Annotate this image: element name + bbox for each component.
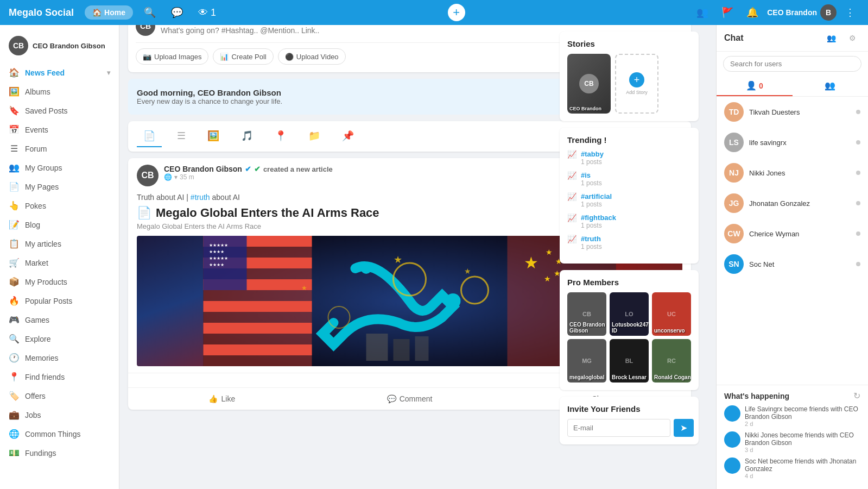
tab-music[interactable]: 🎵 [235,126,259,147]
chat-nav-button[interactable]: 💬 [167,4,187,21]
trend-tag[interactable]: #fightback [581,214,616,222]
sidebar-item-memories[interactable]: 🕐Memories [0,348,119,367]
sidebar-label-saved-posts: Saved Posts [25,106,68,115]
invite-email-input[interactable] [567,419,670,425]
sidebar-item-events[interactable]: 📅Events [0,120,119,139]
upload-video-button[interactable]: ⚫ Upload Video [278,48,346,65]
pro-member-card[interactable]: MGmegaloglobal [567,339,606,383]
sidebar-item-popular-posts[interactable]: 🔥Popular Posts [0,291,119,310]
sidebar-item-common-things[interactable]: 🌐Common Things [0,424,119,425]
flags-nav-button[interactable]: 🚩 [717,4,738,21]
trend-info: #is1 posts [581,171,602,187]
chat-tab-groups[interactable]: 👥 [793,76,869,96]
notifications-nav-button[interactable]: 🔔 [742,4,763,21]
sidebar-item-my-pages[interactable]: 📄My Pages [0,177,119,196]
pro-member-card[interactable]: CBCEO Brandon Gibson [567,292,606,336]
pro-member-card[interactable]: RCRonald Cogan [652,339,691,383]
tab-list[interactable]: ☰ [170,126,192,147]
chat-user-item[interactable]: NJNikki Jones [717,158,868,188]
tab-images[interactable]: 🖼️ [201,126,226,147]
morning-text: Good morning, CEO Brandon Gibson Every n… [137,88,282,105]
sidebar-item-pokes[interactable]: 👆Pokes [0,196,119,215]
sidebar-item-news-feed[interactable]: 🏠News Feed▾ [0,63,119,82]
chat-add-users-button[interactable]: 👥 [822,32,840,45]
upload-video-icon: ⚫ [285,53,294,61]
trend-tag[interactable]: #artificial [581,192,612,200]
home-nav-button[interactable]: 🏠 Home [85,5,133,20]
sidebar-item-albums[interactable]: 🖼️Albums [0,82,119,101]
chat-user-list: TDTikvah DuestersLSlife savingrxNJNikki … [717,97,868,385]
chat-user-item[interactable]: SNSoc Net [717,249,868,279]
top-navigation: Megalo Social 🏠 Home 🔍 💬 👁 1 + 👥 🚩 🔔 CEO… [0,0,868,25]
add-story-button[interactable]: + Add Story [615,54,658,114]
pro-card-name: Brock Lesnar [612,374,647,380]
story-card[interactable]: CB CEO Brandon [567,54,611,114]
happening-refresh-button[interactable]: ↻ [853,391,860,401]
sidebar-username: CEO Brandon Gibson [33,42,105,50]
create-poll-button[interactable]: 📊 Create Poll [213,48,273,65]
sidebar-item-saved-posts[interactable]: 🔖Saved Posts [0,101,119,120]
tab-posts[interactable]: 📄 [137,126,162,147]
sidebar-item-explore[interactable]: 🔍Explore [0,329,119,348]
post-hashtag-link[interactable]: #truth [191,193,210,202]
svg-text:★: ★ [464,267,471,275]
trending-list: 📈#tabby1 posts📈#is1 posts📈#artificial1 p… [567,150,691,250]
sidebar-item-forum[interactable]: ☰Forum [0,139,119,158]
chat-tabs: 👤 0 👥 [717,76,868,97]
chat-search-input[interactable] [723,56,861,72]
tab-location[interactable]: 📍 [268,126,293,147]
sidebar-item-games[interactable]: 🎮Games [0,310,119,329]
trend-tag[interactable]: #is [581,171,602,179]
trend-tag[interactable]: #tabby [581,150,604,158]
svg-text:★★★★★: ★★★★★ [209,256,228,261]
sidebar-label-forum: Forum [25,145,47,153]
views-nav-button[interactable]: 👁 1 [194,5,220,21]
trend-arrow-icon: 📈 [567,150,576,159]
chat-user-avatar: JG [724,193,744,213]
pro-member-card[interactable]: LOLotusbook247 ID [610,292,649,336]
friends-nav-button[interactable]: 👥 [692,4,713,21]
create-post-button[interactable]: + [448,4,465,21]
sidebar-user: CB CEO Brandon Gibson [0,32,119,63]
pro-card-name: Lotusbook247 ID [612,322,649,334]
chat-tab-active[interactable]: 👤 0 [717,76,793,96]
trend-item: 📈#artificial1 posts [567,192,691,208]
svg-text:★: ★ [544,274,551,283]
chat-settings-button[interactable]: ⚙ [845,32,860,45]
pro-member-card[interactable]: BLBrock Lesnar [610,339,649,383]
pro-member-card[interactable]: UCunconservo [652,292,691,336]
sidebar-icon-popular-posts: 🔥 [9,296,20,306]
nav-avatar[interactable]: B [820,4,837,21]
chat-user-item[interactable]: LSlife savingrx [717,127,868,158]
sidebar-item-market[interactable]: 🛒Market [0,253,119,272]
search-nav-button[interactable]: 🔍 [140,4,160,21]
sidebar-item-my-articles[interactable]: 📋My articles [0,234,119,253]
svg-text:★★★★: ★★★★ [209,249,224,254]
sidebar-item-my-products[interactable]: 📦My Products [0,272,119,291]
nav-more-button[interactable]: ⋮ [841,4,859,21]
nav-right-section: 👥 🚩 🔔 CEO Brandon B ⋮ [692,4,859,21]
tab-pin[interactable]: 📌 [335,126,360,147]
whats-happening-section: What's happening ↻ Life Savingrx become … [717,385,868,425]
post-time-chevron: ▾ [174,173,178,181]
like-button[interactable]: 👍 Like [128,390,316,408]
sidebar-item-offers[interactable]: 🏷️Offers [0,386,119,405]
trend-tag[interactable]: #truth [581,235,602,243]
pro-members-grid: CBCEO Brandon GibsonLOLotusbook247 IDUCu… [567,292,691,383]
comment-button[interactable]: 💬 Comment [316,390,504,408]
trend-info: #tabby1 posts [581,150,604,166]
sidebar-item-jobs[interactable]: 💼Jobs [0,405,119,424]
upload-images-button[interactable]: 📷 Upload Images [136,48,208,65]
sidebar-icon-forum: ☰ [9,143,20,154]
sidebar-item-blog[interactable]: 📝Blog [0,215,119,234]
chat-user-item[interactable]: JGJhonatan Gonzalez [717,188,868,218]
sidebar-item-my-groups[interactable]: 👥My Groups [0,158,119,177]
sidebar-item-find-friends[interactable]: 📍Find friends [0,367,119,386]
svg-rect-27 [366,334,388,361]
post-verified-green-icon: ✔ [254,165,261,173]
chat-user-item[interactable]: TDTikvah Duesters [717,97,868,127]
sidebar-label-offers: Offers [25,392,46,400]
tab-folder[interactable]: 📁 [302,126,327,147]
chat-user-item[interactable]: CWCherice Wyman [717,218,868,249]
invite-submit-button[interactable]: ➤ [674,419,694,425]
